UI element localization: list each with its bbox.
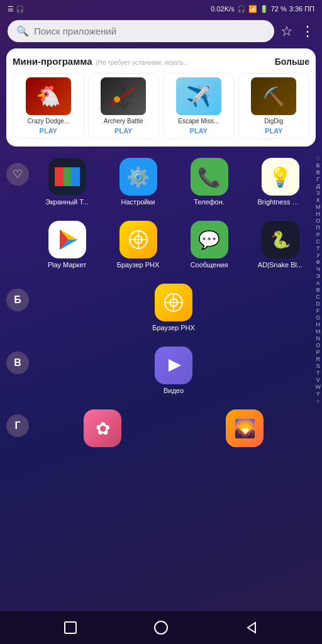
svg-rect-10 xyxy=(64,167,71,186)
star-icon[interactable]: ☆ xyxy=(280,23,293,40)
svg-point-26 xyxy=(155,621,167,634)
app-g2-icon: 🌄 xyxy=(226,409,264,447)
app-row-favorites: ♡ Экранный Т... ⚙️ Настройки xyxy=(6,155,316,208)
mini-programs-section: Мини-программа (Не требует установки, иг… xyxy=(6,48,316,147)
status-bar: ☰ 🎧 0.02K/s 🎧 📶 🔋 72 % 3:36 ПП xyxy=(0,0,322,18)
snake-label: AD|Snake Bl... xyxy=(258,261,303,269)
mini-subtitle: (Не требует установки, играть... xyxy=(96,59,270,66)
crazy-dodge-icon: 🐔 xyxy=(26,77,71,115)
app-grid-section: ♡ Б В Г Д З К М Н О П Р С Т У Ф Ч Э А B … xyxy=(0,155,322,450)
escape-name: Escape Miss... xyxy=(178,118,219,125)
phone-label: Телефон. xyxy=(194,198,225,206)
mini-title: Мини-программа xyxy=(13,56,92,67)
mini-app-archery[interactable]: Archery Battle PLAY xyxy=(88,73,160,139)
svg-marker-27 xyxy=(248,623,255,633)
playmarket-label: Play Маркет xyxy=(48,261,87,269)
app-item-settings[interactable]: ⚙️ Настройки xyxy=(103,155,174,208)
app-item-messages[interactable]: 💬 Сообщения xyxy=(174,218,245,271)
app-row-2: Play Маркет Браузер PHX 💬 Сообщения xyxy=(6,218,316,271)
digdig-icon: ⛏️ xyxy=(251,77,296,115)
app-item-phone[interactable]: 📞 Телефон. xyxy=(174,155,245,208)
app-g1-icon: ✿ xyxy=(84,409,121,447)
status-icons-left: ☰ 🎧 xyxy=(8,5,25,13)
section-b-apps: Браузер PHX xyxy=(31,281,316,334)
speed-indicator: 0.02K/s xyxy=(211,5,234,13)
browser-phx-b-label: Браузер PHX xyxy=(152,324,195,331)
screen-recorder-icon xyxy=(48,158,86,196)
video-icon xyxy=(155,347,192,384)
snake-icon: 🐍 xyxy=(262,221,299,258)
heart-icon: ♡ xyxy=(13,167,23,181)
section-b-letter[interactable]: Б xyxy=(6,289,29,311)
crazy-dodge-name: Crazy Dodge... xyxy=(27,118,69,125)
alphabet-index[interactable]: ♡ Б В Г Д З К М Н О П Р С Т У Ф Ч Э А B … xyxy=(316,155,321,404)
search-icon: 🔍 xyxy=(16,25,29,37)
escape-icon: ✈️ xyxy=(176,77,221,115)
nav-home-button[interactable] xyxy=(148,615,174,640)
search-wrapper: 🔍 ☆ ⋮ xyxy=(8,20,314,42)
section-b-row: Б Браузер PHX xyxy=(6,281,316,334)
nav-back-button[interactable] xyxy=(239,615,264,640)
search-input[interactable] xyxy=(34,26,265,36)
mini-header: Мини-программа (Не требует установки, иг… xyxy=(13,56,309,67)
navigation-bar xyxy=(0,611,322,644)
battery-percent: 72 % xyxy=(271,5,287,13)
wifi-icon: 📶 xyxy=(248,5,257,13)
mini-more-button[interactable]: Больше xyxy=(275,57,309,67)
svg-line-4 xyxy=(123,103,128,109)
mini-app-escape[interactable]: ✈️ Escape Miss... PLAY xyxy=(163,73,235,139)
browser-phx-b-icon xyxy=(155,284,192,321)
section-g-apps: ✿ 🌄 xyxy=(31,407,316,450)
section-v-letter[interactable]: В xyxy=(6,352,29,374)
escape-play[interactable]: PLAY xyxy=(190,127,208,135)
digdig-play[interactable]: PLAY xyxy=(265,127,282,135)
playmarket-icon xyxy=(48,221,86,258)
archery-icon xyxy=(101,77,146,115)
settings-label: Настройки xyxy=(121,198,155,206)
brightness-icon: 💡 xyxy=(262,158,299,196)
app-item-brightness[interactable]: 💡 Brightness C... xyxy=(245,155,316,208)
svg-rect-11 xyxy=(71,167,80,186)
favorites-button[interactable]: ♡ xyxy=(6,163,29,186)
section-v-apps: Видео xyxy=(31,344,316,397)
archery-name: Archery Battle xyxy=(104,118,143,125)
app-item-browser-phx[interactable]: Браузер PHX xyxy=(103,218,174,271)
svg-rect-25 xyxy=(65,622,76,633)
mini-apps-row: 🐔 Crazy Dodge... PLAY Archer xyxy=(13,73,309,139)
messages-label: Сообщения xyxy=(191,261,228,269)
app-item-g2[interactable]: 🌄 xyxy=(174,407,316,450)
search-box[interactable]: 🔍 xyxy=(8,20,274,42)
app-item-playmarket[interactable]: Play Маркет xyxy=(31,218,103,271)
phone-icon: 📞 xyxy=(191,158,228,196)
video-label: Видео xyxy=(164,387,184,394)
svg-point-7 xyxy=(114,96,120,103)
status-left: ☰ 🎧 xyxy=(8,5,25,13)
section-g-row: Г ✿ 🌄 xyxy=(6,407,316,450)
browser-phx-label: Браузер PHX xyxy=(117,261,160,269)
svg-rect-9 xyxy=(55,167,64,186)
section-g-letter[interactable]: Г xyxy=(6,414,29,437)
battery-icon: 🔋 xyxy=(260,5,269,13)
app-item-snake[interactable]: 🐍 AD|Snake Bl... xyxy=(245,218,316,271)
app-item-video[interactable]: Видео xyxy=(31,344,316,397)
screen-recorder-label: Экранный Т... xyxy=(45,198,89,206)
menu-icon[interactable]: ⋮ xyxy=(301,23,314,40)
section-v-row: В Видео xyxy=(6,344,316,397)
nav-recent-button[interactable] xyxy=(58,615,83,640)
archery-play[interactable]: PLAY xyxy=(114,127,132,135)
status-right: 0.02K/s 🎧 📶 🔋 72 % 3:36 ПП xyxy=(211,5,314,13)
mini-app-digdig[interactable]: ⛏️ DigDig PLAY xyxy=(238,73,310,139)
app-item-browser-phx-b[interactable]: Браузер PHX xyxy=(31,281,316,334)
headphone-icon: 🎧 xyxy=(237,5,246,13)
clock: 3:36 ПП xyxy=(289,5,314,13)
app-item-screen[interactable]: Экранный Т... xyxy=(31,155,103,208)
crazy-dodge-play[interactable]: PLAY xyxy=(40,127,57,135)
app-row-1: Экранный Т... ⚙️ Настройки 📞 Телефон. 💡 … xyxy=(31,155,316,208)
app-row-2-inner: Play Маркет Браузер PHX 💬 Сообщения xyxy=(31,218,316,271)
mini-app-crazy-dodge[interactable]: 🐔 Crazy Dodge... PLAY xyxy=(13,73,84,139)
svg-line-3 xyxy=(118,103,123,109)
app-item-g1[interactable]: ✿ xyxy=(31,407,174,450)
settings-icon: ⚙️ xyxy=(119,158,157,196)
svg-marker-24 xyxy=(169,359,181,372)
search-extra-icons: ☆ ⋮ xyxy=(280,23,314,40)
